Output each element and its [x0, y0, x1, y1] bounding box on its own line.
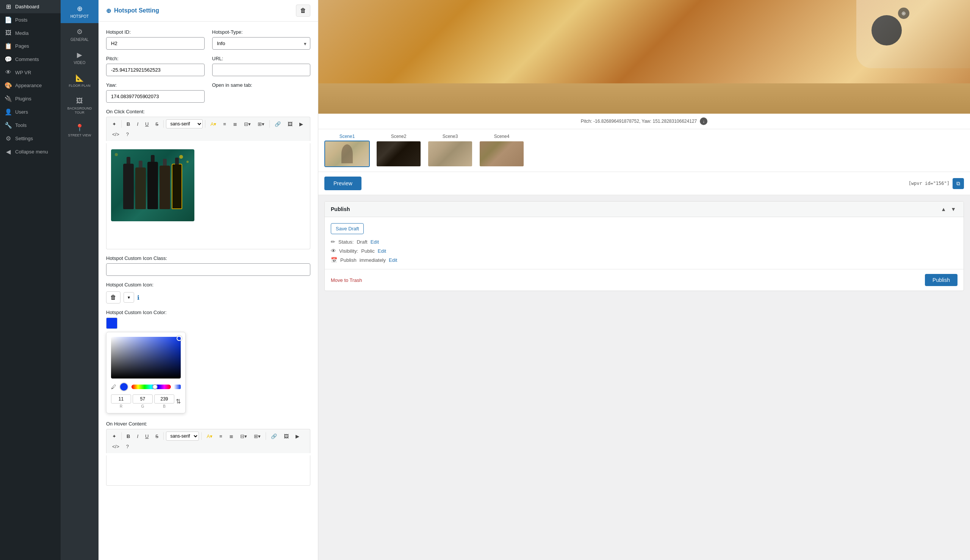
code-button[interactable]: </>: [110, 130, 122, 139]
hover-italic-button[interactable]: I: [134, 432, 141, 441]
bold-button[interactable]: B: [124, 120, 133, 128]
copy-shortcode-button[interactable]: ⧉: [953, 178, 964, 189]
link-button[interactable]: 🔗: [272, 120, 283, 128]
hover-underline-button[interactable]: U: [142, 432, 151, 441]
publish-button[interactable]: Publish: [925, 274, 957, 286]
sidebar-item-collapse[interactable]: ◀ Collapse menu: [0, 145, 61, 158]
hotspot-id-input[interactable]: [106, 37, 205, 50]
sidebar-item-media[interactable]: 🖼 Media: [0, 27, 61, 39]
publish-collapse-down-button[interactable]: ▼: [949, 205, 957, 213]
hover-bold-button[interactable]: B: [124, 432, 133, 441]
nav-item-floorplan[interactable]: 📐 FLOOR PLAN: [61, 69, 98, 92]
hover-link-button[interactable]: 🔗: [268, 432, 280, 441]
scene-item-4[interactable]: Scene4: [479, 134, 524, 167]
underline-button[interactable]: U: [142, 120, 151, 128]
sidebar-item-settings[interactable]: ⚙ Settings: [0, 132, 61, 145]
sidebar-item-pages[interactable]: 📋 Pages: [0, 39, 61, 53]
align-button[interactable]: ⊟▾: [242, 120, 253, 128]
download-button[interactable]: ↓: [700, 117, 707, 125]
save-draft-button[interactable]: Save Draft: [331, 223, 364, 234]
status-edit-link[interactable]: Edit: [370, 239, 379, 245]
hover-strike-button[interactable]: S̶: [153, 432, 161, 441]
color-spectrum-bar[interactable]: [132, 385, 171, 389]
bottle-1: [123, 164, 134, 209]
form-section: Hotspot ID: Hotspot-Type: Info Custom UR…: [98, 22, 318, 493]
alpha-bar[interactable]: [174, 385, 181, 389]
help-button[interactable]: ?: [123, 130, 132, 139]
sidebar-item-appearance[interactable]: 🎨 Appearance: [0, 79, 61, 92]
hover-table-button[interactable]: ⊞▾: [251, 432, 263, 441]
list-ul-button[interactable]: ≡: [220, 120, 229, 128]
custom-icon-button[interactable]: 🗑: [106, 292, 120, 303]
hover-list-ul-button[interactable]: ≡: [217, 432, 225, 441]
status-value: Draft: [357, 239, 367, 245]
sidebar-item-comments[interactable]: 💬 Comments: [0, 53, 61, 66]
sparkle-button[interactable]: ✦: [110, 120, 119, 128]
hover-image-button[interactable]: 🖼: [281, 432, 292, 441]
hover-code-button[interactable]: </>: [110, 442, 122, 451]
hover-help-button[interactable]: ?: [123, 442, 132, 451]
publish-collapse-up-button[interactable]: ▲: [939, 205, 948, 213]
scene3-thumb[interactable]: [427, 140, 473, 167]
scene1-thumb[interactable]: [324, 140, 370, 167]
hover-font-color-button[interactable]: A▾: [204, 432, 215, 441]
pitch-input[interactable]: [106, 63, 205, 76]
hover-list-ol-button[interactable]: ≣: [227, 432, 236, 441]
hover-align-button[interactable]: ⊟▾: [238, 432, 250, 441]
scene-item-1[interactable]: Scene1: [324, 134, 370, 167]
sidebar-item-posts[interactable]: 📄 Posts: [0, 13, 61, 27]
icon-info-icon[interactable]: ℹ: [137, 294, 140, 301]
sidebar-item-plugins[interactable]: 🔌 Plugins: [0, 92, 61, 105]
sidebar-item-users[interactable]: 👤 Users: [0, 105, 61, 118]
scene2-thumb[interactable]: [376, 140, 421, 167]
pitch-label: Pitch:: [106, 56, 205, 62]
green-input[interactable]: [133, 395, 153, 403]
hover-sep3: [201, 432, 202, 440]
nav-item-video[interactable]: ▶ VIDEO: [61, 46, 98, 69]
color-swatch-preview[interactable]: [106, 318, 117, 329]
publish-when-edit-link[interactable]: Edit: [389, 257, 397, 263]
preview-button[interactable]: Preview: [324, 177, 362, 190]
hover-sparkle-button[interactable]: ✦: [110, 432, 119, 441]
hotspot-title-text: Hotspot Setting: [114, 7, 159, 14]
sidebar-item-wpvr[interactable]: 👁 WP VR: [0, 66, 61, 79]
blue-input[interactable]: [154, 395, 174, 403]
red-input[interactable]: [111, 395, 131, 403]
hover-font-select[interactable]: sans-serif: [166, 432, 199, 441]
move-to-trash-link[interactable]: Move to Trash: [331, 277, 362, 283]
nav-item-hotspot[interactable]: ⊕ HOTSPOT: [61, 0, 98, 23]
color-gradient[interactable]: [111, 337, 181, 378]
italic-button[interactable]: I: [134, 120, 141, 128]
nav-item-background-tour[interactable]: 🖼 BACKGROUND TOUR: [61, 92, 98, 119]
preview-bar: Preview [wpvr id="156"] ⧉: [318, 172, 970, 195]
color-swatch-circle[interactable]: [119, 382, 128, 392]
nav-item-street-view[interactable]: 📍 STREET VIEW: [61, 119, 98, 142]
strikethrough-button[interactable]: S̶: [153, 120, 161, 128]
sidebar-item-dashboard[interactable]: ⊞ Dashboard: [0, 0, 61, 13]
scene4-thumb[interactable]: [479, 140, 524, 167]
on-hover-editor-area[interactable]: [106, 455, 310, 486]
image-button[interactable]: 🖼: [285, 120, 295, 128]
rgb-mode-toggle[interactable]: ⇅: [176, 398, 181, 405]
delete-hotspot-button[interactable]: 🗑: [296, 5, 310, 17]
icon-dropdown-button[interactable]: ▾: [123, 292, 134, 303]
font-color-button[interactable]: A▾: [208, 120, 219, 128]
sidebar-item-tools[interactable]: 🔧 Tools: [0, 118, 61, 132]
on-click-editor-area[interactable]: [106, 143, 310, 249]
hover-video-button[interactable]: ▶: [293, 432, 302, 441]
hotspot-type-select[interactable]: Info Custom URL: [212, 37, 311, 50]
scene-item-2[interactable]: Scene2: [376, 134, 421, 167]
scene-item-3[interactable]: Scene3: [427, 134, 473, 167]
custom-icon-class-input[interactable]: [106, 263, 310, 276]
yaw-input[interactable]: [106, 90, 205, 103]
table-button[interactable]: ⊞▾: [255, 120, 267, 128]
list-ol-button[interactable]: ≣: [230, 120, 240, 128]
font-family-select[interactable]: sans-serif serif monospace: [166, 119, 203, 128]
visibility-edit-link[interactable]: Edit: [378, 248, 386, 254]
eyedropper-icon[interactable]: 🖊: [111, 384, 116, 390]
video-button[interactable]: ▶: [297, 120, 306, 128]
hotspot-id-group: Hotspot ID:: [106, 29, 205, 50]
on-click-content-group: On Click Content: ✦ B I U S̶ sans-serif …: [106, 109, 310, 249]
nav-item-general[interactable]: ⚙ GENERAL: [61, 23, 98, 46]
url-input[interactable]: [212, 63, 311, 76]
